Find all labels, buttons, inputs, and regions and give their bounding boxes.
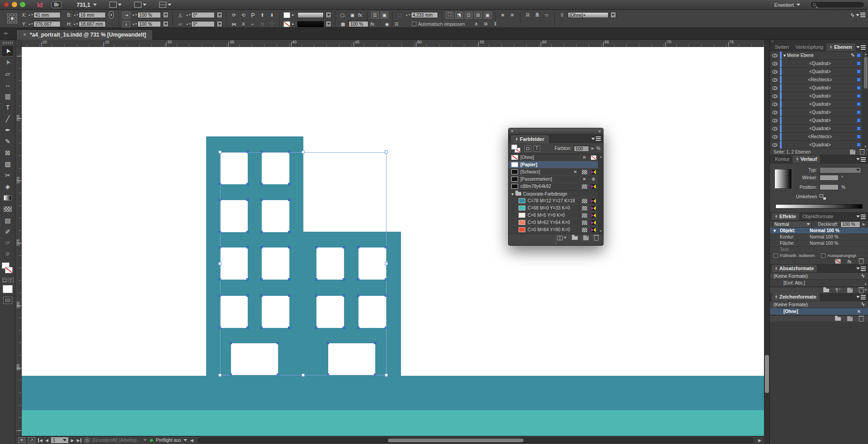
visibility-toggle[interactable] bbox=[770, 117, 780, 124]
swatch-row[interactable]: C=78 M=12 Y=27 K=18 bbox=[509, 197, 603, 205]
shear-dropdown[interactable] bbox=[217, 21, 222, 27]
height-field[interactable]: 18,667 mm bbox=[79, 21, 106, 27]
panel-menu-icon[interactable] bbox=[856, 14, 865, 16]
rotation-angle-field[interactable]: 0° bbox=[191, 12, 215, 18]
stroke-weight-dropdown[interactable] bbox=[297, 21, 324, 27]
height-stepper[interactable]: ▲▼ bbox=[73, 23, 77, 25]
formatting-container-icon[interactable] bbox=[524, 145, 531, 152]
textwrap-jump-icon[interactable]: ◉ bbox=[383, 21, 391, 28]
bridge-button[interactable]: Br bbox=[52, 1, 61, 8]
last-page-button[interactable]: ▶ bbox=[77, 438, 81, 443]
layer-selection-square[interactable] bbox=[857, 70, 861, 74]
swatch-row[interactable]: C=0 M=84 Y=90 K=0 bbox=[509, 226, 603, 234]
tab-seiten[interactable]: Seiten bbox=[772, 43, 792, 51]
horizontal-ruler[interactable]: 202530354045505560657075 bbox=[22, 40, 764, 47]
toolbar-fill-stroke[interactable] bbox=[1, 262, 14, 276]
flip-horizontal-icon[interactable]: ⋈ bbox=[230, 21, 238, 28]
zoom-tool[interactable]: ⌾ bbox=[1, 248, 14, 260]
effects-menu-icon[interactable] bbox=[856, 215, 866, 218]
scroll-down-icon[interactable]: ▼ bbox=[864, 283, 867, 286]
object-style-dropdown[interactable]: [Ohne]+ bbox=[568, 12, 609, 18]
swatch-scrollbar[interactable]: ▲▼ bbox=[598, 154, 603, 234]
scale-y-field[interactable]: 100 % bbox=[137, 21, 161, 27]
visibility-toggle[interactable] bbox=[770, 84, 780, 92]
new-style-from-selection-icon[interactable]: ¶⁺ bbox=[835, 287, 841, 293]
layer-row[interactable]: <Quadrat> bbox=[770, 68, 868, 76]
scale-x-stepper[interactable]: ▲▼ bbox=[132, 14, 136, 16]
share-icon[interactable]: ↗ bbox=[28, 437, 35, 443]
tab-absatzformate[interactable]: ▲▼Absatzformate bbox=[772, 265, 817, 272]
swatch-views-button[interactable] bbox=[557, 236, 566, 240]
visibility-toggle[interactable] bbox=[770, 100, 780, 108]
panel-collapse-chevrons-icon[interactable]: »» bbox=[4, 31, 7, 36]
char-quick-apply-icon[interactable]: ϟ bbox=[862, 301, 864, 308]
new-swatch-button[interactable] bbox=[583, 235, 589, 240]
pencil-tool[interactable]: ✎ bbox=[1, 136, 14, 147]
layer-name[interactable]: ▾ Meine Ebene bbox=[783, 53, 851, 58]
swatches-titlebar[interactable]: × « bbox=[509, 128, 603, 134]
tint-field[interactable]: 100 % bbox=[349, 21, 368, 27]
opacity-field[interactable]: 100 % bbox=[840, 221, 860, 228]
paragraph-style-row[interactable]: [Einf. Abs.] bbox=[770, 280, 868, 287]
visibility-toggle[interactable] bbox=[770, 92, 780, 100]
swatch-tint-field[interactable]: 100 bbox=[574, 145, 589, 152]
rotation-stepper[interactable]: ▲▼ bbox=[186, 14, 189, 16]
pen-tool[interactable]: ✒ bbox=[1, 124, 14, 136]
layer-name[interactable]: <Quadrat> bbox=[783, 93, 857, 98]
shear-stepper[interactable]: ▲▼ bbox=[186, 23, 189, 25]
isolate-blending-checkbox[interactable] bbox=[774, 253, 778, 258]
corner-radius-field[interactable]: 4,233 mm bbox=[411, 12, 438, 18]
layer-name[interactable]: <Rechteck> bbox=[783, 77, 857, 82]
layer-name[interactable]: <Quadrat> bbox=[783, 126, 857, 131]
tab-objektformate[interactable]: Objektformate bbox=[799, 213, 837, 220]
vertical-scrollbar-thumb[interactable] bbox=[765, 355, 769, 393]
layer-name[interactable]: <Quadrat> bbox=[783, 102, 857, 107]
y-stepper[interactable]: ▲▼ bbox=[28, 23, 32, 25]
content-collector-tool[interactable]: ▥ bbox=[1, 90, 14, 102]
align-h-center-icon[interactable]: ⫛ bbox=[472, 21, 480, 28]
scroll-up-icon[interactable]: ▲ bbox=[864, 288, 867, 291]
layer-row[interactable]: <Quadrat> bbox=[770, 108, 868, 117]
stroke-color-swatch[interactable] bbox=[283, 21, 290, 27]
new-paragraph-style-button[interactable] bbox=[847, 288, 853, 293]
layer-row[interactable]: <Quadrat> bbox=[770, 60, 868, 68]
layer-selection-square[interactable] bbox=[857, 78, 861, 82]
formatting-text-icon[interactable]: T bbox=[533, 145, 540, 152]
eyedropper-tool[interactable]: ✐ bbox=[1, 226, 14, 237]
layer-selection-square[interactable] bbox=[857, 53, 861, 57]
textwrap-skip-icon[interactable]: ☴ bbox=[393, 21, 401, 28]
vertical-ruler[interactable]: 265270275280285 bbox=[15, 47, 22, 436]
fill-frame-icon[interactable]: ⊡ bbox=[465, 12, 472, 19]
layer-name[interactable]: <Quadrat> bbox=[783, 61, 857, 66]
rotate-cw-icon[interactable]: ⟳ bbox=[230, 12, 238, 19]
corner-stepper[interactable]: ▲▼ bbox=[406, 14, 409, 16]
quick-apply-icon[interactable]: ϟ bbox=[851, 12, 854, 19]
search-input[interactable] bbox=[810, 1, 864, 8]
visibility-toggle[interactable] bbox=[770, 108, 780, 116]
select-next-icon[interactable]: ⁛ bbox=[268, 21, 276, 28]
layer-selection-square[interactable] bbox=[857, 102, 861, 106]
document-canvas[interactable] bbox=[22, 47, 764, 436]
gradient-reverse-icon[interactable] bbox=[820, 194, 826, 200]
clear-effects-icon[interactable] bbox=[835, 259, 841, 264]
new-char-style-group-button[interactable] bbox=[835, 317, 841, 321]
object-style-caret[interactable] bbox=[610, 12, 616, 18]
new-layer-button[interactable] bbox=[850, 150, 855, 154]
next-page-button[interactable]: ▶ bbox=[71, 438, 74, 443]
hand-tool[interactable]: ☞ bbox=[1, 237, 14, 248]
layer-row[interactable]: <Quadrat> bbox=[770, 92, 868, 100]
layer-name[interactable]: <Quadrat> bbox=[783, 85, 857, 90]
swatch-row[interactable]: [Ohne]✕ bbox=[509, 154, 603, 161]
selection-handle[interactable] bbox=[302, 374, 305, 377]
effects-target-row[interactable]: Kontur:Normal 100 % bbox=[770, 234, 868, 240]
scroll-left-icon[interactable]: ◀ bbox=[190, 438, 193, 443]
rectangle-tool[interactable]: ▧ bbox=[1, 158, 14, 169]
fill-proxy-icon[interactable] bbox=[511, 145, 517, 150]
layer-row[interactable]: <Rechteck> bbox=[770, 76, 868, 84]
gradient-angle-field[interactable] bbox=[820, 175, 839, 181]
tab-verknuepfung[interactable]: Verknüpfung bbox=[792, 43, 826, 51]
y-position-field[interactable]: 276,667 mm bbox=[33, 21, 61, 27]
group-disclosure-icon[interactable]: ▾ bbox=[511, 192, 514, 196]
new-swatch-group-button[interactable] bbox=[572, 236, 578, 240]
gradient-thumbnail[interactable] bbox=[774, 169, 792, 189]
